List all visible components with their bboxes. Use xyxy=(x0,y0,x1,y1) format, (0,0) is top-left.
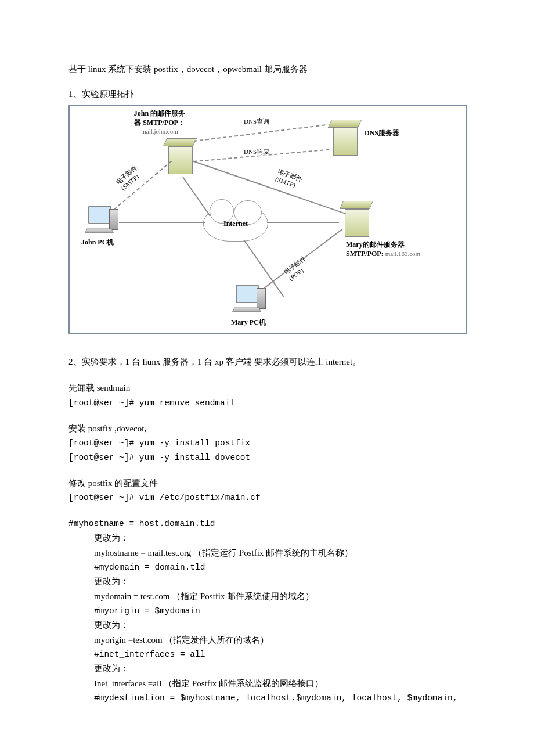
uninstall-cmd: [root@ser ~]# yum remove sendmail xyxy=(68,397,466,409)
pc-icon xyxy=(82,206,120,240)
edge-line xyxy=(119,222,205,223)
edit-config-cmd: [root@ser ~]# vim /etc/postfix/main.cf xyxy=(68,491,466,504)
edge-label-pop: 电子邮件(POP) xyxy=(282,254,312,282)
mary-server-host: mail.163.com xyxy=(385,250,421,257)
server-icon xyxy=(339,201,369,237)
edge-label-dns-query: DNS查询 xyxy=(244,117,269,126)
install-cmd-2: [root@ser ~]# yum -y install dovecot xyxy=(68,451,466,464)
server-icon xyxy=(163,138,193,174)
cfg-change-to: 更改为： xyxy=(94,575,466,588)
cfg-mydest-comment: #mydestination = $myhostname, localhost.… xyxy=(94,692,466,704)
mary-server-label: Mary的邮件服务器 SMTP/POP: mail.163.com xyxy=(346,240,462,258)
cfg-inet-val: Inet_interfaces =all （指定 Postfix 邮件系统监视的… xyxy=(94,677,466,690)
install-label: 安装 postfix ,dovecot, xyxy=(68,422,466,435)
mary-server-label-line1: Mary的邮件服务器 xyxy=(346,240,405,249)
edge-line xyxy=(182,177,211,216)
cfg-inet-comment: #inet_interfaces = all xyxy=(94,648,466,661)
section2-heading: 2、实验要求，1 台 liunx 服务器，1 台 xp 客户端 要求必须可以连上… xyxy=(68,355,466,369)
server-icon xyxy=(327,120,358,156)
mary-pc-label: Mary PC机 xyxy=(231,318,266,327)
cfg-change-to: 更改为： xyxy=(94,618,466,632)
cfg-mydomain-val: mydomain = test.com （指定 Postfix 邮件系统使用的域… xyxy=(94,590,466,603)
internet-label: Internet xyxy=(223,219,248,228)
mary-server-label-line2: SMTP/POP: xyxy=(346,250,384,258)
edge-label-dns-response: DNS响应 xyxy=(244,147,269,156)
cfg-myhostname-comment: #myhostname = host.domain.tld xyxy=(68,517,466,530)
cfg-myhostname-val: myhostname = mail.test.org （指定运行 Postfix… xyxy=(94,546,466,560)
pc-icon xyxy=(230,285,267,319)
dns-server-label: DNS服务器 xyxy=(365,129,399,138)
john-server-host: mail.john.com xyxy=(141,128,178,135)
cfg-myorigin-val: myorigin =test.com （指定发件人所在的域名） xyxy=(94,633,466,647)
page-title: 基于 linux 系统下安装 postfix，dovecot，opwebmail… xyxy=(68,64,466,75)
cfg-myorigin-comment: #myorigin = $mydomain xyxy=(94,604,466,617)
cfg-mydomain-comment: #mydomain = domain.tld xyxy=(94,561,466,574)
john-server-label: John 的邮件服务 器 SMTP/POP： mail.john.com xyxy=(122,109,197,136)
cfg-change-to: 更改为： xyxy=(94,531,466,545)
edit-config-label: 修改 postfix 的配置文件 xyxy=(68,477,466,490)
section1-heading: 1、实验原理拓扑 xyxy=(68,89,466,100)
john-server-label-line2: 器 SMTP/POP： xyxy=(134,118,185,127)
edge-line xyxy=(194,124,326,142)
document-page: 基于 linux 系统下安装 postfix，dovecot，opwebmail… xyxy=(0,0,534,740)
edge-line xyxy=(267,222,339,223)
cloud-icon: Internet xyxy=(203,206,268,242)
install-cmd-1: [root@ser ~]# yum -y install postfix xyxy=(68,437,466,449)
topology-diagram: John 的邮件服务 器 SMTP/POP： mail.john.com DNS… xyxy=(68,105,467,334)
edge-label-smtp2: 电子邮件(SMTP) xyxy=(275,167,304,190)
uninstall-label: 先卸载 sendmain xyxy=(68,381,466,395)
john-server-label-line1: John 的邮件服务 xyxy=(134,109,185,117)
cfg-change-to: 更改为： xyxy=(94,662,466,675)
john-pc-label: John PC机 xyxy=(81,238,114,247)
